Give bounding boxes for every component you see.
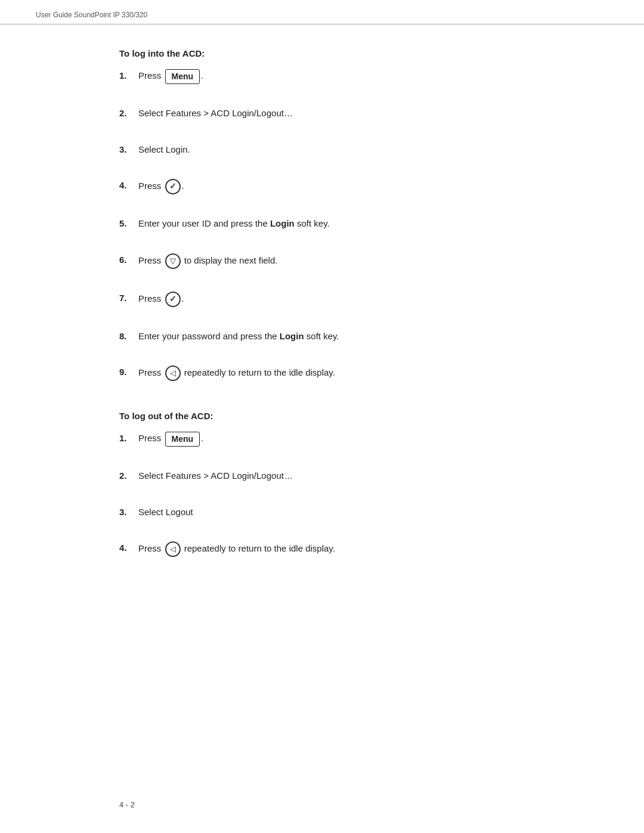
- step-7: 7. Press .: [119, 292, 561, 307]
- step-3-num: 3.: [119, 143, 138, 157]
- logout-step-2: 2. Select Features > ACD Login/Logout…: [119, 469, 561, 483]
- left-arrow-icon-2: [165, 541, 181, 557]
- step-5-num: 5.: [119, 217, 138, 231]
- menu-key-2: Menu: [165, 432, 200, 447]
- step-6-num: 6.: [119, 253, 138, 267]
- login-softkey-label-2: Login: [280, 331, 304, 341]
- login-steps: 1. Press Menu. 2. Select Features > ACD …: [119, 69, 561, 381]
- step-4: 4. Press .: [119, 179, 561, 194]
- step-1: 1. Press Menu.: [119, 69, 561, 84]
- down-arrow-icon: [165, 253, 181, 269]
- step-8-num: 8.: [119, 330, 138, 343]
- section-login: To log into the ACD: 1. Press Menu. 2. S…: [119, 48, 561, 381]
- step-1-content: Press Menu.: [138, 69, 561, 84]
- step-5-content: Enter your user ID and press the Login s…: [138, 217, 561, 231]
- header-title: User Guide SoundPoint IP 330/320: [36, 11, 147, 19]
- step-7-num: 7.: [119, 292, 138, 305]
- step-9: 9. Press repeatedly to return to the idl…: [119, 366, 561, 381]
- step-4-content: Press .: [138, 179, 561, 194]
- page-header: User Guide SoundPoint IP 330/320: [0, 0, 644, 24]
- page-content: To log into the ACD: 1. Press Menu. 2. S…: [0, 24, 644, 615]
- logout-step-3-content: Select Logout: [138, 506, 561, 519]
- step-7-content: Press .: [138, 292, 561, 307]
- logout-step-1: 1. Press Menu.: [119, 432, 561, 447]
- check-circle-icon-2: [165, 292, 181, 307]
- left-arrow-icon-1: [165, 366, 181, 381]
- step-3-content: Select Login.: [138, 143, 561, 157]
- menu-key-1: Menu: [165, 69, 200, 84]
- step-2: 2. Select Features > ACD Login/Logout…: [119, 107, 561, 120]
- login-softkey-label: Login: [270, 218, 295, 228]
- logout-step-3-num: 3.: [119, 506, 138, 519]
- step-8-content: Enter your password and press the Login …: [138, 330, 561, 343]
- step-1-num: 1.: [119, 69, 138, 83]
- logout-step-3: 3. Select Logout: [119, 506, 561, 519]
- section-logout-title: To log out of the ACD:: [119, 411, 561, 421]
- logout-step-1-content: Press Menu.: [138, 432, 561, 447]
- step-3: 3. Select Login.: [119, 143, 561, 157]
- page-footer: 4 - 2: [119, 800, 135, 809]
- step-6: 6. Press to display the next field.: [119, 253, 561, 269]
- step-2-content: Select Features > ACD Login/Logout…: [138, 107, 561, 120]
- page-number: 4 - 2: [119, 800, 135, 809]
- check-circle-icon-1: [165, 179, 181, 194]
- step-8: 8. Enter your password and press the Log…: [119, 330, 561, 343]
- step-5: 5. Enter your user ID and press the Logi…: [119, 217, 561, 231]
- step-9-num: 9.: [119, 366, 138, 379]
- logout-step-4: 4. Press repeatedly to return to the idl…: [119, 541, 561, 557]
- logout-step-4-num: 4.: [119, 541, 138, 555]
- step-4-num: 4.: [119, 179, 138, 193]
- section-login-title: To log into the ACD:: [119, 48, 561, 58]
- logout-steps: 1. Press Menu. 2. Select Features > ACD …: [119, 432, 561, 557]
- logout-step-1-num: 1.: [119, 432, 138, 445]
- step-2-num: 2.: [119, 107, 138, 120]
- logout-step-2-num: 2.: [119, 469, 138, 483]
- logout-step-4-content: Press repeatedly to return to the idle d…: [138, 541, 561, 557]
- step-9-content: Press repeatedly to return to the idle d…: [138, 366, 561, 381]
- section-logout: To log out of the ACD: 1. Press Menu. 2.…: [119, 411, 561, 557]
- logout-step-2-content: Select Features > ACD Login/Logout…: [138, 469, 561, 483]
- step-6-content: Press to display the next field.: [138, 253, 561, 269]
